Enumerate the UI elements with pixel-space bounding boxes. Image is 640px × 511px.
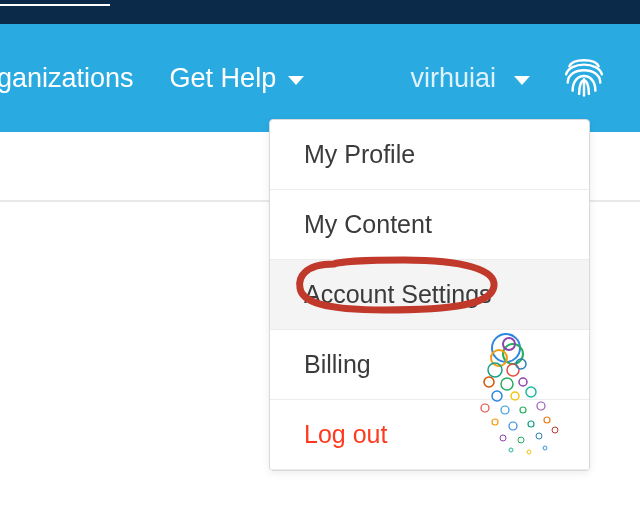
- nav-right: virhuiai: [410, 50, 610, 106]
- dropdown-item-billing[interactable]: Billing: [270, 330, 589, 400]
- dropdown-item-label: Account Settings: [304, 280, 492, 308]
- username-label: virhuiai: [410, 63, 496, 94]
- navbar: rganizations Get Help virhuiai: [0, 24, 640, 132]
- dropdown-item-label: My Content: [304, 210, 432, 238]
- user-menu[interactable]: virhuiai: [410, 63, 530, 94]
- nav-left: rganizations Get Help: [0, 63, 304, 94]
- dropdown-item-label: Billing: [304, 350, 371, 378]
- chevron-down-icon: [288, 76, 304, 85]
- dropdown-item-logout[interactable]: Log out: [270, 400, 589, 470]
- dropdown-item-profile[interactable]: My Profile: [270, 120, 589, 190]
- nav-organizations-label: rganizations: [0, 63, 134, 94]
- dropdown-item-account-settings[interactable]: Account Settings: [270, 260, 589, 330]
- chevron-down-icon: [514, 76, 530, 85]
- user-dropdown: My Profile My Content Account Settings B…: [269, 119, 590, 471]
- fingerprint-icon[interactable]: [558, 50, 610, 106]
- topbar: [0, 0, 640, 24]
- dropdown-item-label: Log out: [304, 420, 387, 448]
- nav-get-help-label: Get Help: [170, 63, 277, 94]
- nav-organizations[interactable]: rganizations: [0, 63, 134, 94]
- nav-get-help[interactable]: Get Help: [170, 63, 305, 94]
- dropdown-item-label: My Profile: [304, 140, 415, 168]
- dropdown-item-content[interactable]: My Content: [270, 190, 589, 260]
